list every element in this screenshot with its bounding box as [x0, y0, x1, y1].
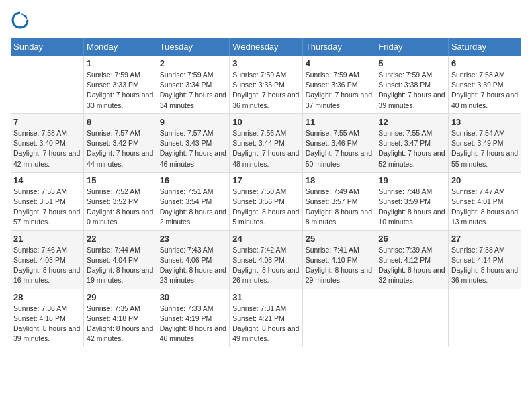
- calendar-cell: 15 Sunrise: 7:52 AMSunset: 3:52 PMDaylig…: [84, 172, 157, 230]
- day-number: 24: [232, 234, 300, 244]
- day-info: Sunrise: 7:50 AMSunset: 3:56 PMDaylight:…: [232, 187, 300, 228]
- day-info: Sunrise: 7:49 AMSunset: 3:57 PMDaylight:…: [306, 187, 373, 228]
- calendar-cell: 22 Sunrise: 7:44 AMSunset: 4:04 PMDaylig…: [84, 230, 157, 289]
- day-info: Sunrise: 7:38 AMSunset: 4:14 PMDaylight:…: [451, 245, 519, 286]
- calendar-cell: 17 Sunrise: 7:50 AMSunset: 3:56 PMDaylig…: [230, 172, 303, 230]
- calendar-cell: 4 Sunrise: 7:59 AMSunset: 3:36 PMDayligh…: [302, 56, 375, 113]
- calendar-cell: 6 Sunrise: 7:58 AMSunset: 3:39 PMDayligh…: [448, 56, 521, 113]
- day-info: Sunrise: 7:35 AMSunset: 4:18 PMDaylight:…: [87, 304, 154, 345]
- day-number: 26: [378, 234, 445, 244]
- day-number: 15: [87, 175, 154, 185]
- week-row-5: 28 Sunrise: 7:36 AMSunset: 4:16 PMDaylig…: [11, 289, 521, 347]
- day-info: Sunrise: 7:58 AMSunset: 3:40 PMDaylight:…: [13, 128, 81, 169]
- calendar-cell: 28 Sunrise: 7:36 AMSunset: 4:16 PMDaylig…: [11, 289, 84, 347]
- calendar-cell: 18 Sunrise: 7:49 AMSunset: 3:57 PMDaylig…: [302, 172, 375, 230]
- day-number: 14: [13, 175, 81, 185]
- day-info: Sunrise: 7:33 AMSunset: 4:19 PMDaylight:…: [160, 304, 227, 345]
- calendar-header: SundayMondayTuesdayWednesdayThursdayFrid…: [11, 38, 521, 56]
- weekday-header-thursday: Thursday: [302, 38, 375, 56]
- day-info: Sunrise: 7:48 AMSunset: 3:59 PMDaylight:…: [378, 187, 445, 228]
- day-info: Sunrise: 7:51 AMSunset: 3:54 PMDaylight:…: [160, 187, 227, 228]
- weekday-header-wednesday: Wednesday: [230, 38, 303, 56]
- day-number: 22: [87, 234, 154, 244]
- day-number: 17: [232, 175, 300, 185]
- day-info: Sunrise: 7:36 AMSunset: 4:16 PMDaylight:…: [13, 304, 81, 345]
- calendar-cell: 31 Sunrise: 7:31 AMSunset: 4:21 PMDaylig…: [230, 289, 303, 347]
- calendar-cell: 27 Sunrise: 7:38 AMSunset: 4:14 PMDaylig…: [448, 230, 521, 289]
- calendar-cell: 14 Sunrise: 7:53 AMSunset: 3:51 PMDaylig…: [11, 172, 84, 230]
- day-number: 28: [13, 292, 81, 302]
- day-info: Sunrise: 7:42 AMSunset: 4:08 PMDaylight:…: [232, 245, 300, 286]
- day-info: Sunrise: 7:39 AMSunset: 4:12 PMDaylight:…: [378, 245, 445, 286]
- day-info: Sunrise: 7:55 AMSunset: 3:46 PMDaylight:…: [306, 128, 373, 169]
- calendar-cell: 25 Sunrise: 7:41 AMSunset: 4:10 PMDaylig…: [302, 230, 375, 289]
- calendar-cell: 12 Sunrise: 7:55 AMSunset: 3:47 PMDaylig…: [375, 113, 449, 172]
- calendar-cell: 1 Sunrise: 7:59 AMSunset: 3:33 PMDayligh…: [84, 56, 157, 113]
- day-number: 3: [232, 58, 300, 68]
- day-info: Sunrise: 7:44 AMSunset: 4:04 PMDaylight:…: [87, 245, 154, 286]
- day-info: Sunrise: 7:58 AMSunset: 3:39 PMDaylight:…: [451, 70, 519, 111]
- calendar-cell: 11 Sunrise: 7:55 AMSunset: 3:46 PMDaylig…: [302, 113, 375, 172]
- calendar-body: 1 Sunrise: 7:59 AMSunset: 3:33 PMDayligh…: [11, 56, 521, 347]
- calendar-cell: 3 Sunrise: 7:59 AMSunset: 3:35 PMDayligh…: [230, 56, 303, 113]
- day-number: 19: [378, 175, 445, 185]
- day-number: 30: [160, 292, 227, 302]
- day-number: 10: [232, 117, 300, 127]
- calendar-cell: 5 Sunrise: 7:59 AMSunset: 3:38 PMDayligh…: [375, 56, 449, 113]
- day-info: Sunrise: 7:31 AMSunset: 4:21 PMDaylight:…: [232, 304, 300, 345]
- calendar-cell: 13 Sunrise: 7:54 AMSunset: 3:49 PMDaylig…: [448, 113, 521, 172]
- calendar-cell: 23 Sunrise: 7:43 AMSunset: 4:06 PMDaylig…: [157, 230, 230, 289]
- day-number: 7: [13, 117, 81, 127]
- calendar-cell: 16 Sunrise: 7:51 AMSunset: 3:54 PMDaylig…: [157, 172, 230, 230]
- calendar-cell: 24 Sunrise: 7:42 AMSunset: 4:08 PMDaylig…: [230, 230, 303, 289]
- day-info: Sunrise: 7:52 AMSunset: 3:52 PMDaylight:…: [87, 187, 154, 228]
- day-number: 2: [160, 58, 227, 68]
- day-info: Sunrise: 7:47 AMSunset: 4:01 PMDaylight:…: [451, 187, 519, 228]
- day-number: 9: [160, 117, 227, 127]
- day-number: 31: [232, 292, 300, 302]
- day-info: Sunrise: 7:41 AMSunset: 4:10 PMDaylight:…: [306, 245, 373, 286]
- calendar-cell: 29 Sunrise: 7:35 AMSunset: 4:18 PMDaylig…: [84, 289, 157, 347]
- day-info: Sunrise: 7:59 AMSunset: 3:38 PMDaylight:…: [378, 70, 445, 111]
- day-info: Sunrise: 7:54 AMSunset: 3:49 PMDaylight:…: [451, 128, 519, 169]
- day-number: 8: [87, 117, 154, 127]
- day-info: Sunrise: 7:57 AMSunset: 3:42 PMDaylight:…: [87, 128, 154, 169]
- calendar-cell: 30 Sunrise: 7:33 AMSunset: 4:19 PMDaylig…: [157, 289, 230, 347]
- weekday-header-saturday: Saturday: [448, 38, 521, 56]
- day-info: Sunrise: 7:57 AMSunset: 3:43 PMDaylight:…: [160, 128, 227, 169]
- day-number: 5: [378, 58, 445, 68]
- calendar-cell: 9 Sunrise: 7:57 AMSunset: 3:43 PMDayligh…: [157, 113, 230, 172]
- calendar-cell: [11, 56, 84, 113]
- calendar-cell: 21 Sunrise: 7:46 AMSunset: 4:03 PMDaylig…: [11, 230, 84, 289]
- day-info: Sunrise: 7:46 AMSunset: 4:03 PMDaylight:…: [13, 245, 81, 286]
- calendar-cell: 26 Sunrise: 7:39 AMSunset: 4:12 PMDaylig…: [375, 230, 449, 289]
- day-number: 23: [160, 234, 227, 244]
- day-info: Sunrise: 7:56 AMSunset: 3:44 PMDaylight:…: [232, 128, 300, 169]
- day-number: 13: [451, 117, 519, 127]
- day-number: 20: [451, 175, 519, 185]
- day-number: 1: [87, 58, 154, 68]
- day-number: 29: [87, 292, 154, 302]
- day-number: 4: [306, 58, 373, 68]
- calendar-cell: 7 Sunrise: 7:58 AMSunset: 3:40 PMDayligh…: [11, 113, 84, 172]
- logo: [11, 11, 32, 30]
- calendar-cell: 19 Sunrise: 7:48 AMSunset: 3:59 PMDaylig…: [375, 172, 449, 230]
- calendar-cell: 8 Sunrise: 7:57 AMSunset: 3:42 PMDayligh…: [84, 113, 157, 172]
- week-row-2: 7 Sunrise: 7:58 AMSunset: 3:40 PMDayligh…: [11, 113, 521, 172]
- day-number: 25: [306, 234, 373, 244]
- weekday-header-friday: Friday: [375, 38, 449, 56]
- week-row-1: 1 Sunrise: 7:59 AMSunset: 3:33 PMDayligh…: [11, 56, 521, 113]
- day-info: Sunrise: 7:43 AMSunset: 4:06 PMDaylight:…: [160, 245, 227, 286]
- week-row-4: 21 Sunrise: 7:46 AMSunset: 4:03 PMDaylig…: [11, 230, 521, 289]
- day-number: 12: [378, 117, 445, 127]
- day-info: Sunrise: 7:59 AMSunset: 3:34 PMDaylight:…: [160, 70, 227, 111]
- week-row-3: 14 Sunrise: 7:53 AMSunset: 3:51 PMDaylig…: [11, 172, 521, 230]
- calendar-cell: [448, 289, 521, 347]
- day-info: Sunrise: 7:59 AMSunset: 3:35 PMDaylight:…: [232, 70, 300, 111]
- day-number: 27: [451, 234, 519, 244]
- weekday-header-row: SundayMondayTuesdayWednesdayThursdayFrid…: [11, 38, 521, 56]
- logo-icon: [11, 11, 30, 30]
- calendar-cell: 10 Sunrise: 7:56 AMSunset: 3:44 PMDaylig…: [230, 113, 303, 172]
- day-info: Sunrise: 7:55 AMSunset: 3:47 PMDaylight:…: [378, 128, 445, 169]
- weekday-header-sunday: Sunday: [11, 38, 84, 56]
